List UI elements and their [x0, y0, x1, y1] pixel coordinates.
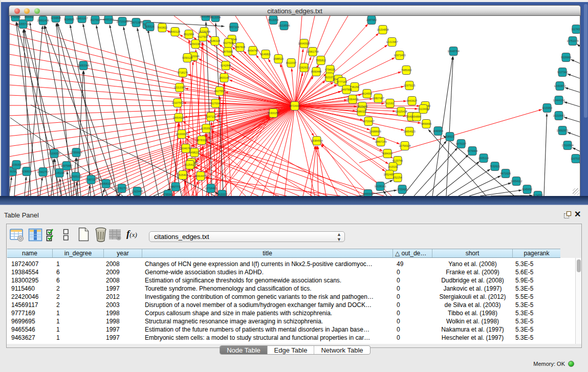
svg-text:7986322: 7986322: [356, 110, 366, 113]
svg-text:1145194: 1145194: [54, 171, 64, 174]
svg-text:10046766: 10046766: [180, 147, 191, 150]
svg-text:3624554: 3624554: [362, 92, 372, 95]
svg-text:12975115: 12975115: [404, 84, 416, 87]
svg-text:1117435: 1117435: [571, 28, 580, 31]
svg-text:2718176: 2718176: [178, 71, 188, 74]
svg-text:10961758: 10961758: [307, 50, 318, 53]
svg-text:7857224: 7857224: [229, 26, 239, 29]
svg-text:9084067: 9084067: [382, 152, 393, 155]
svg-text:8878332: 8878332: [197, 139, 207, 142]
svg-text:1156829: 1156829: [21, 170, 32, 173]
svg-text:9327508: 9327508: [223, 41, 233, 45]
svg-text:6466160: 6466160: [103, 18, 114, 21]
svg-text:16154838: 16154838: [377, 28, 388, 31]
svg-text:6794028: 6794028: [325, 68, 335, 71]
svg-text:12213389: 12213389: [173, 86, 185, 89]
svg-text:12505135: 12505135: [70, 175, 81, 178]
svg-text:10107552: 10107552: [171, 101, 183, 104]
svg-text:16671385: 16671385: [130, 21, 142, 24]
svg-text:19218596: 19218596: [278, 24, 290, 27]
svg-text:8990448: 8990448: [311, 70, 321, 73]
svg-text:938923: 938923: [445, 135, 454, 138]
svg-text:10958107: 10958107: [100, 182, 112, 185]
svg-text:1588520: 1588520: [273, 57, 284, 60]
svg-text:917004: 917004: [211, 102, 220, 105]
svg-text:9857771: 9857771: [170, 185, 181, 188]
svg-text:1154808: 1154808: [51, 16, 61, 19]
svg-text:20691406: 20691406: [37, 19, 49, 22]
svg-text:9465546: 9465546: [363, 192, 373, 195]
svg-text:9242848: 9242848: [221, 64, 231, 67]
svg-text:8660128: 8660128: [170, 30, 180, 33]
svg-text:15720407: 15720407: [362, 120, 374, 123]
svg-text:8267130: 8267130: [206, 115, 216, 118]
svg-text:1035051: 1035051: [11, 163, 21, 166]
svg-text:9463627: 9463627: [407, 99, 417, 102]
svg-text:10719185: 10719185: [116, 20, 128, 23]
svg-text:1640954: 1640954: [433, 129, 443, 133]
svg-text:12093872: 12093872: [554, 84, 565, 87]
svg-text:9750685: 9750685: [10, 16, 20, 18]
svg-text:11353594: 11353594: [201, 127, 212, 130]
svg-text:19718485: 19718485: [205, 187, 216, 190]
svg-text:3215953: 3215953: [542, 106, 552, 110]
svg-text:18807249: 18807249: [375, 140, 386, 143]
svg-text:10807487: 10807487: [372, 97, 384, 100]
svg-text:17359924: 17359924: [70, 151, 82, 154]
svg-text:17016504: 17016504: [561, 144, 573, 147]
svg-text:39159: 39159: [9, 170, 16, 173]
svg-text:10973493: 10973493: [394, 54, 405, 57]
svg-text:15692971: 15692971: [556, 129, 568, 132]
svg-text:10653267: 10653267: [76, 17, 88, 20]
svg-text:10648784: 10648784: [447, 50, 459, 53]
svg-text:9327500: 9327500: [198, 35, 208, 38]
svg-text:2935114: 2935114: [478, 157, 489, 160]
svg-text:864462: 864462: [25, 16, 33, 18]
svg-text:3113400: 3113400: [418, 107, 428, 111]
svg-text:954884: 954884: [412, 115, 421, 118]
svg-text:2803144: 2803144: [219, 76, 229, 79]
svg-text:8813054: 8813054: [268, 18, 278, 21]
svg-text:7632621: 7632621: [490, 165, 500, 168]
svg-text:7663822: 7663822: [157, 26, 167, 29]
svg-text:1733426: 1733426: [397, 188, 407, 191]
svg-text:16210643: 16210643: [553, 114, 564, 117]
svg-text:9777169: 9777169: [337, 80, 347, 83]
svg-text:12444154: 12444154: [553, 99, 564, 102]
svg-text:29053346: 29053346: [77, 64, 89, 67]
svg-text:10543382: 10543382: [189, 42, 201, 46]
svg-text:12942757: 12942757: [37, 170, 49, 173]
svg-text:6120746: 6120746: [393, 159, 403, 162]
svg-text:8471626: 8471626: [500, 172, 511, 175]
svg-text:9634505: 9634505: [64, 18, 74, 21]
svg-text:16914479: 16914479: [194, 174, 206, 178]
svg-text:62160: 62160: [386, 102, 394, 105]
svg-text:1362615: 1362615: [299, 66, 309, 69]
svg-text:11923445: 11923445: [132, 190, 143, 193]
svg-text:20206535: 20206535: [48, 152, 60, 155]
svg-text:10688609: 10688609: [369, 130, 381, 133]
svg-text:16640910: 16640910: [298, 42, 310, 45]
svg-text:2125412: 2125412: [185, 163, 195, 166]
svg-text:7625402: 7625402: [178, 173, 188, 177]
svg-text:19166829: 19166829: [176, 133, 187, 136]
svg-text:8322037: 8322037: [286, 61, 296, 64]
svg-text:10654112: 10654112: [511, 180, 522, 183]
svg-text:6497568: 6497568: [341, 88, 352, 91]
svg-text:252254: 252254: [393, 176, 402, 179]
svg-text:935526: 935526: [145, 25, 154, 28]
svg-text:7485063: 7485063: [401, 69, 411, 72]
svg-text:8912954: 8912954: [184, 33, 194, 36]
svg-text:8427552: 8427552: [214, 90, 225, 93]
svg-text:20364436: 20364436: [346, 98, 358, 101]
svg-text:9329966: 9329966: [561, 56, 571, 59]
svg-text:9227342: 9227342: [557, 71, 568, 74]
svg-text:19654923: 19654923: [403, 130, 415, 133]
svg-text:8186328: 8186328: [210, 39, 220, 42]
svg-text:9474444: 9474444: [467, 149, 477, 152]
svg-text:16782759: 16782759: [116, 187, 127, 190]
svg-text:14136141: 14136141: [374, 185, 386, 188]
svg-text:10756928: 10756928: [399, 144, 410, 147]
svg-text:9245652: 9245652: [522, 188, 532, 191]
svg-text:90975887: 90975887: [60, 164, 72, 167]
